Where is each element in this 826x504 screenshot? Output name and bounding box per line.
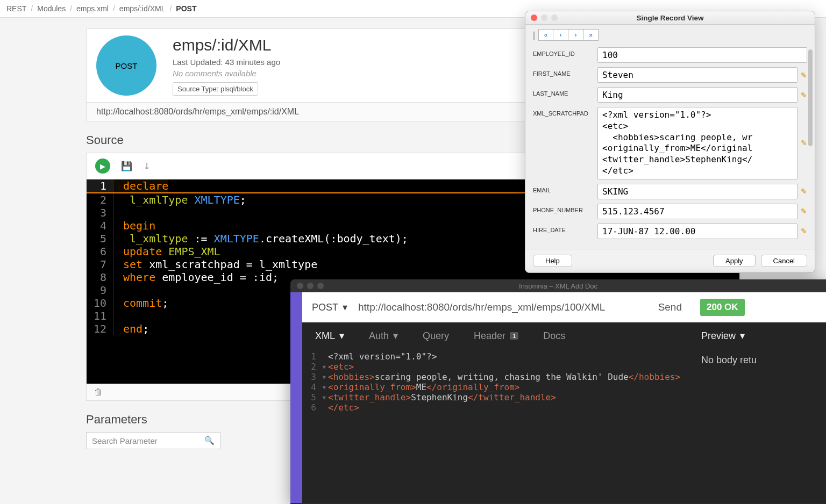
label-last-name: LAST_NAME — [533, 87, 597, 97]
tab-body[interactable]: XML ▾ — [315, 330, 344, 342]
insomnia-titlebar[interactable]: Insomnia – XML Add Doc — [290, 279, 826, 292]
maximize-window-icon[interactable] — [551, 15, 558, 21]
insomnia-window: Insomnia – XML Add Doc POST▾ http://loca… — [290, 279, 826, 504]
chevron-down-icon: ▾ — [740, 330, 745, 342]
prev-record-button[interactable]: ‹ — [553, 29, 568, 41]
status-badge: 200 OK — [700, 299, 745, 316]
edit-icon[interactable]: ✎ — [801, 187, 807, 196]
edit-icon[interactable]: ✎ — [801, 227, 807, 235]
insomnia-sidebar-accent — [290, 292, 302, 503]
method-badge: POST — [96, 35, 156, 96]
record-window-title: Single Record View — [525, 14, 815, 22]
source-type-badge: Source Type: plsql/block — [173, 82, 258, 96]
chevron-down-icon: ▾ — [393, 330, 398, 342]
crumb-post: POST — [176, 4, 196, 13]
minimize-window-icon[interactable] — [541, 15, 547, 21]
minimize-window-icon[interactable] — [307, 283, 314, 289]
tab-query[interactable]: Query — [423, 330, 449, 342]
tab-preview[interactable]: Preview — [701, 330, 736, 342]
edit-icon[interactable]: ✎ — [801, 139, 807, 147]
cancel-button[interactable]: Cancel — [761, 255, 807, 267]
send-button[interactable]: Send — [658, 301, 682, 313]
no-comments: No comments available — [173, 69, 280, 78]
close-window-icon[interactable] — [297, 283, 303, 289]
maximize-window-icon[interactable] — [317, 283, 324, 289]
label-employee-id: EMPLOYEE_ID — [533, 47, 597, 57]
request-tabs: XML ▾ Auth ▾ Query Header 1 Docs — [302, 322, 692, 349]
crumb-modules[interactable]: Modules — [37, 4, 66, 13]
tab-auth[interactable]: Auth ▾ — [369, 330, 398, 342]
field-last-name[interactable]: King — [597, 87, 797, 103]
download-icon[interactable]: ⤓ — [143, 161, 151, 172]
field-xml-scratchpad[interactable]: <?xml version="1.0"?> <etc> <hobbies>sca… — [597, 107, 797, 179]
field-first-name[interactable]: Steven — [597, 67, 797, 83]
chevron-down-icon: ▾ — [343, 301, 347, 313]
single-record-view-window: Single Record View ∥ « ‹ › » EMPLOYEE_ID… — [525, 11, 815, 273]
help-button[interactable]: Help — [533, 255, 572, 267]
label-first-name: FIRST_NAME — [533, 67, 597, 77]
search-icon: 🔍 — [204, 436, 215, 445]
tab-docs[interactable]: Docs — [543, 330, 565, 342]
crumb-emps-id-xml[interactable]: emps/:id/XML — [119, 4, 166, 13]
first-record-button[interactable]: « — [538, 29, 553, 41]
insomnia-window-title: Insomnia – XML Add Doc — [290, 282, 826, 290]
crumb-rest[interactable]: REST — [6, 4, 26, 13]
insomnia-urlbar: POST▾ http://localhost:8080/ords/hr/emps… — [302, 292, 692, 322]
search-parameter-input[interactable]: Search Parameter 🔍 — [86, 432, 220, 449]
field-email[interactable]: SKING — [597, 184, 797, 199]
request-body-editor[interactable]: 1 <?xml version="1.0"?> 2▾<etc> 3▾ <hobb… — [302, 349, 692, 503]
page-title: emps/:id/XML — [173, 36, 280, 54]
url-input[interactable]: http://localhost:8080/ords/hr/emps_xml/e… — [358, 301, 647, 313]
chevron-down-icon: ▾ — [339, 330, 344, 342]
save-icon[interactable]: 💾 — [121, 161, 132, 172]
label-hire-date: HIRE_DATE — [533, 224, 597, 233]
field-employee-id[interactable]: 100 — [597, 47, 807, 63]
trash-icon[interactable]: 🗑 — [94, 387, 103, 397]
run-button[interactable]: ▶ — [95, 159, 110, 174]
edit-icon[interactable]: ✎ — [801, 207, 807, 215]
response-panel: 200 OK Preview ▾ No body retu — [692, 292, 826, 503]
label-phone-number: PHONE_NUMBER — [533, 204, 597, 213]
method-dropdown[interactable]: POST▾ — [312, 301, 347, 313]
next-record-button[interactable]: › — [568, 29, 583, 41]
label-email: EMAIL — [533, 184, 597, 193]
response-body: No body retu — [692, 349, 826, 371]
tab-header[interactable]: Header 1 — [474, 330, 518, 342]
apply-button[interactable]: Apply — [713, 255, 756, 267]
field-phone-number[interactable]: 515.123.4567 — [597, 204, 797, 219]
record-titlebar[interactable]: Single Record View — [525, 11, 815, 25]
field-hire-date[interactable]: 17-JUN-87 12.00.00 — [597, 224, 797, 239]
last-record-button[interactable]: » — [583, 29, 599, 41]
record-nav: ∥ « ‹ › » — [525, 25, 815, 45]
header-count-badge: 1 — [510, 332, 518, 340]
crumb-emps-xml[interactable]: emps.xml — [76, 4, 109, 13]
edit-icon[interactable]: ✎ — [801, 71, 807, 80]
edit-icon[interactable]: ✎ — [801, 91, 807, 99]
scrollbar[interactable] — [808, 49, 813, 146]
close-window-icon[interactable] — [531, 15, 537, 21]
last-updated: Last Updated: 43 minutes ago — [173, 57, 280, 67]
label-xml-scratchpad: XML_SCRATCHPAD — [533, 107, 597, 117]
